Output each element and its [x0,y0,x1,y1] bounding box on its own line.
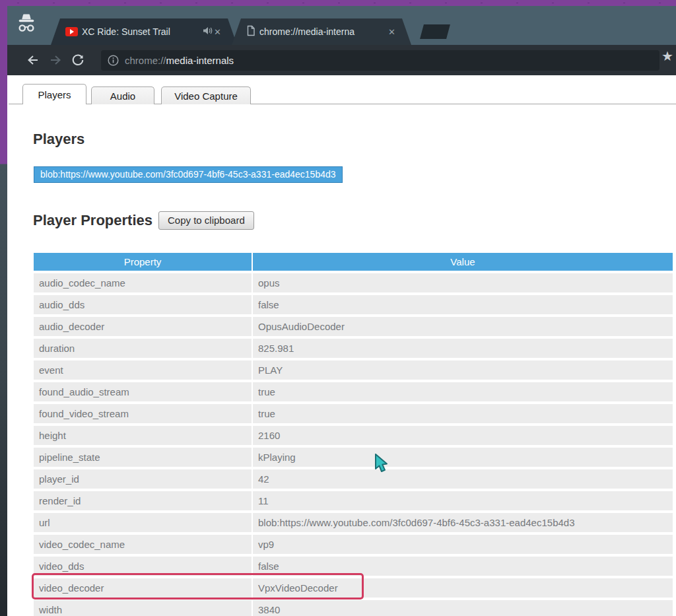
table-row: found_audio_stream true [34,382,673,401]
property-cell: found_audio_stream [34,382,252,401]
value-cell: 2160 [253,426,673,445]
value-cell: 42 [253,469,673,489]
property-cell: render_id [34,491,252,510]
property-cell: audio_dds [34,295,252,314]
property-cell: height [34,426,252,445]
url-text: media-internals [166,55,234,66]
value-cell: true [253,404,673,423]
page-tab-bar: Players Audio Video Capture [7,84,676,104]
browser-tab-title: XC Ride: Sunset Trail [82,26,170,37]
tab-players[interactable]: Players [22,84,86,104]
table-row: video_codec_name vp9 [34,535,673,554]
copy-to-clipboard-button[interactable]: Copy to clipboard [158,211,254,230]
info-icon[interactable] [108,55,119,66]
table-row: url blob:https://www.youtube.com/3fc0d69… [34,513,673,532]
property-cell: url [34,513,252,532]
property-cell: audio_decoder [34,317,252,336]
annotation-highlight-box [32,573,364,599]
value-cell: vp9 [253,535,673,554]
property-cell: audio_codec_name [34,273,252,292]
tab-audio[interactable]: Audio [91,86,154,104]
close-tab-icon[interactable]: ✕ [213,27,222,37]
table-header-row: Property Value [34,253,673,271]
media-internals-page: Players Audio Video Capture Players blob… [7,75,676,616]
close-tab-icon[interactable]: ✕ [387,27,397,37]
table-row: player_id 42 [34,469,673,489]
table-row: found_video_stream true [34,404,673,423]
property-cell: event [34,360,252,380]
url-scheme: chrome:// [125,55,166,66]
value-cell: 11 [253,491,673,510]
value-cell: 825.981 [253,339,673,358]
bookmark-star-icon[interactable]: ★ [661,48,673,64]
value-cell: OpusAudioDecoder [253,317,673,336]
property-cell: duration [34,339,252,358]
properties-table: Property Value audio_codec_name opus aud… [34,253,673,616]
value-cell: false [253,295,673,314]
page-icon [246,25,255,38]
property-cell: width [34,600,252,616]
table-body: audio_codec_name opus audio_dds false au… [34,273,673,616]
table-row: audio_dds false [34,295,673,314]
browser-tab-media-internals[interactable]: chrome://media-interna ✕ [232,18,411,45]
value-cell: opus [253,273,673,292]
table-row: event PLAY [34,360,673,380]
youtube-icon [65,27,78,36]
forward-icon [44,49,67,71]
value-cell: 3840 [253,600,673,616]
browser-tab-title: chrome://media-interna [259,26,355,37]
reload-icon[interactable] [67,49,89,71]
property-cell: pipeline_state [34,448,252,467]
player-properties-heading: Player Properties [33,212,152,229]
table-row: audio_decoder OpusAudioDecoder [34,317,673,336]
value-cell: PLAY [253,360,673,380]
desktop-wallpaper-left [0,0,7,616]
table-row: audio_codec_name opus [34,273,673,292]
audio-playing-icon [203,26,213,37]
desktop-wallpaper-top [0,0,676,6]
column-header-property: Property [34,253,252,271]
property-cell: player_id [34,469,252,489]
table-row: render_id 11 [34,491,673,510]
value-cell: kPlaying [253,448,673,467]
table-row: duration 825.981 [34,339,673,358]
table-row: width 3840 [34,600,673,616]
value-cell: true [253,382,673,401]
back-icon[interactable] [22,49,44,71]
address-bar[interactable]: chrome://media-internals [101,50,659,71]
property-cell: video_codec_name [34,535,252,554]
new-tab-button[interactable] [420,24,450,39]
browser-toolbar: chrome://media-internals ★ [7,45,676,75]
table-row: height 2160 [34,426,673,445]
incognito-icon [15,11,38,40]
mouse-cursor [372,453,389,478]
browser-tab-strip: XC Ride: Sunset Trail ✕ chrome://media-i… [7,6,676,45]
property-cell: found_video_stream [34,404,252,423]
table-row: pipeline_state kPlaying [34,448,673,467]
tab-video-capture[interactable]: Video Capture [161,86,251,104]
column-header-value: Value [253,253,673,271]
value-cell: blob:https://www.youtube.com/3fc0d697-4b… [253,513,673,532]
player-list-item-selected[interactable]: blob:https://www.youtube.com/3fc0d697-4b… [34,166,343,183]
browser-tab-youtube[interactable]: XC Ride: Sunset Trail ✕ [51,18,237,45]
players-heading: Players [33,131,84,148]
